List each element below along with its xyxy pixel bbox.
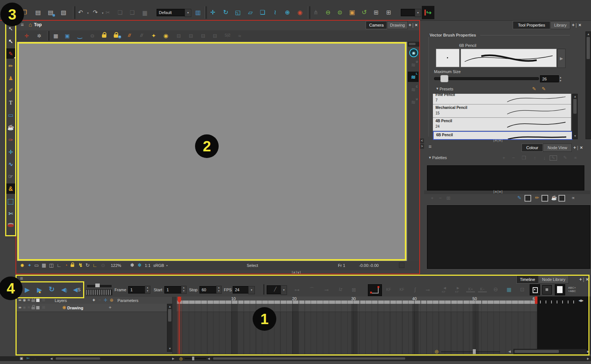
add-keyframe-icon[interactable]: K+ — [466, 288, 475, 292]
status-checkbox[interactable] — [399, 262, 404, 268]
edit-palette-icon[interactable]: ✎ — [561, 155, 570, 160]
palette-splitter-handle[interactable]: |∧|∨| — [493, 190, 503, 193]
paint-tool-icon[interactable]: ☕ — [6, 124, 15, 130]
select-tool-icon[interactable]: ↖ — [6, 38, 15, 44]
lock-all-icon[interactable] — [31, 299, 35, 302]
onion-ring-icon[interactable]: ◔ — [62, 263, 71, 268]
tab-tool-properties[interactable]: Tool Properties — [513, 21, 550, 29]
stop-spinner[interactable]: ▲▼ — [216, 286, 222, 294]
start-spinner[interactable]: ▲▼ — [181, 286, 187, 294]
layers-scroll-down[interactable]: ▼ — [168, 347, 171, 350]
tab-camera[interactable]: Camera — [366, 21, 387, 29]
timeline-zoom-slider[interactable] — [441, 351, 500, 352]
bottom-zoom-slider[interactable] — [185, 358, 206, 359]
bottom-hscroll-right[interactable]: ▶ — [587, 357, 589, 360]
view-toggle-filled[interactable] — [555, 284, 565, 295]
stacked-light-table-icon[interactable]: ⊟ — [211, 33, 219, 38]
line-art-button[interactable]: ↪ — [422, 6, 434, 19]
breadcrumb[interactable]: Top — [34, 22, 42, 27]
add-peg-button[interactable]: ⊕ — [107, 298, 116, 302]
palette-remove-icon[interactable]: − — [509, 155, 518, 160]
solo-mode-icon[interactable] — [36, 299, 40, 302]
frame-select-dropdown[interactable] — [401, 9, 416, 16]
next-keyframe-icon[interactable]: ▶ — [454, 286, 462, 290]
eye-dim-icon[interactable]: ⊙ — [99, 263, 107, 268]
onion-marks-off-icon[interactable]: // — [137, 33, 146, 38]
bottom-h-scrollbar[interactable] — [212, 357, 587, 361]
abc-rename-icon[interactable]: ABC++ABC — [568, 286, 576, 293]
palette-move-down-icon[interactable]: ↓ — [540, 155, 549, 160]
palette-splitter[interactable] — [424, 190, 590, 194]
rectangle-tool-icon[interactable]: ▭ — [6, 112, 15, 118]
rigging-tool-icon[interactable]: & — [6, 186, 15, 192]
preset-row-mechanical-pencil[interactable]: Mechanical Pencil 15 — [433, 104, 571, 118]
ease-display[interactable]: ╱ — [267, 285, 282, 294]
drawing-substitution-icon[interactable]: ↺ — [360, 9, 369, 16]
add-drawing-name-icon[interactable]: ⊞ — [384, 10, 393, 16]
frame-select-dropdown-arrow[interactable]: ▾ — [415, 9, 421, 17]
paste-cycle-icon[interactable]: ⊡ — [518, 287, 527, 292]
onion-skin-icon[interactable]: ‿ — [75, 32, 84, 38]
start-field[interactable]: 1 — [164, 286, 182, 293]
maximum-size-slider-thumb[interactable] — [440, 75, 448, 82]
tab-node-view[interactable]: Node View — [543, 144, 572, 152]
marquee-select-tool-icon[interactable] — [8, 199, 13, 205]
camera-canvas[interactable] — [17, 42, 407, 261]
colour-add-icon[interactable]: + — [428, 196, 437, 200]
delete-keyframe-icon[interactable]: ⊠ — [349, 287, 358, 292]
maximum-size-spin-up[interactable]: ▲ — [559, 76, 562, 79]
camera-view-menu-icon[interactable]: ≡ — [18, 22, 27, 27]
set-ease-icon[interactable]: Iz — [336, 287, 345, 292]
show-data-icon[interactable]: ≋ — [26, 298, 32, 302]
camera-close-view-button[interactable]: × — [415, 23, 418, 27]
wave-curves-icon[interactable]: ≈ — [235, 33, 244, 38]
colour-close-view-button[interactable]: × — [580, 145, 583, 150]
preset-row-4b-pencil[interactable]: 4B Pencil 24 — [433, 118, 571, 131]
contour-editor-tool-icon[interactable]: ∿ — [6, 161, 15, 167]
workspace-dropdown-arrow[interactable]: ▾ — [185, 9, 191, 17]
layer-name[interactable]: Drawing — [67, 306, 83, 310]
render-snowflake-icon[interactable]: ❄ — [135, 262, 144, 268]
right-splitter-handle[interactable]: |∧|∨| — [493, 138, 503, 142]
tab-library[interactable]: Library — [550, 21, 570, 29]
layer-add-parameter-button[interactable]: + — [106, 305, 115, 310]
mirror-icon[interactable]: ◉ — [161, 33, 170, 38]
view-toggle-small-square[interactable] — [542, 285, 552, 295]
toolkit-icon[interactable]: ⋔ — [311, 10, 320, 16]
view-toggle-outline-dot[interactable] — [530, 284, 540, 295]
cement-line-icon[interactable]: ▆ — [140, 10, 149, 15]
hold-value-editor-button[interactable] — [368, 284, 382, 296]
flat-curve-icon[interactable]: ⊸ — [423, 287, 432, 292]
presets-scrollbar[interactable]: ▲ ▼ — [572, 94, 578, 139]
color-space-caret[interactable]: ▾ — [163, 264, 171, 267]
set-pivot-tool-icon[interactable]: ⊕ — [283, 10, 292, 16]
playhead-flag[interactable] — [178, 297, 181, 301]
layers-hscroll-right[interactable]: ▶ — [172, 357, 174, 360]
hand-tool-icon[interactable]: ☞ — [6, 174, 15, 179]
brush-colour-icon[interactable]: ✎ — [515, 195, 524, 200]
layers-scrollbar[interactable]: ▲ ▼ — [167, 304, 172, 352]
timeline-close-view-button[interactable]: × — [586, 277, 589, 282]
camera-angle-icon[interactable]: ∟ — [90, 263, 99, 268]
colour-swatch-list[interactable] — [427, 205, 590, 269]
eraser-tool-icon[interactable]: ✐ — [6, 87, 15, 93]
preset-row-fine-pencil[interactable]: Fine Pencil 7 — [433, 94, 571, 104]
presets-scroll-up[interactable]: ▲ — [574, 95, 577, 98]
tp-scroll-up[interactable]: ▲ — [587, 33, 590, 36]
text-tool-icon[interactable]: T — [6, 100, 15, 106]
colour-remove-icon[interactable]: − — [436, 196, 445, 200]
bottom-zoom-slider-thumb[interactable] — [192, 357, 194, 360]
top-light-table-icon[interactable]: ⊟ — [174, 33, 183, 38]
brush-tool-icon[interactable]: ✎ — [6, 51, 15, 56]
status-lock-icon[interactable] — [71, 264, 74, 267]
workspace-view-icon[interactable]: ▥ — [194, 10, 202, 16]
lamp-icon[interactable]: ✦ — [149, 33, 158, 38]
lock-icon[interactable] — [102, 34, 106, 38]
onion-marks-on-icon[interactable]: // — [125, 33, 134, 38]
palette-folder-icon[interactable]: ❒ — [519, 155, 528, 160]
disc-arrows-icon[interactable]: ⊖ — [88, 33, 97, 38]
current-drawing-icon[interactable]: ⊟ — [187, 33, 195, 38]
layer-data-icon[interactable]: ≋ — [26, 306, 32, 309]
tp-close-view-button[interactable]: × — [578, 23, 581, 27]
timeline-add-view-button[interactable]: + — [579, 277, 582, 282]
